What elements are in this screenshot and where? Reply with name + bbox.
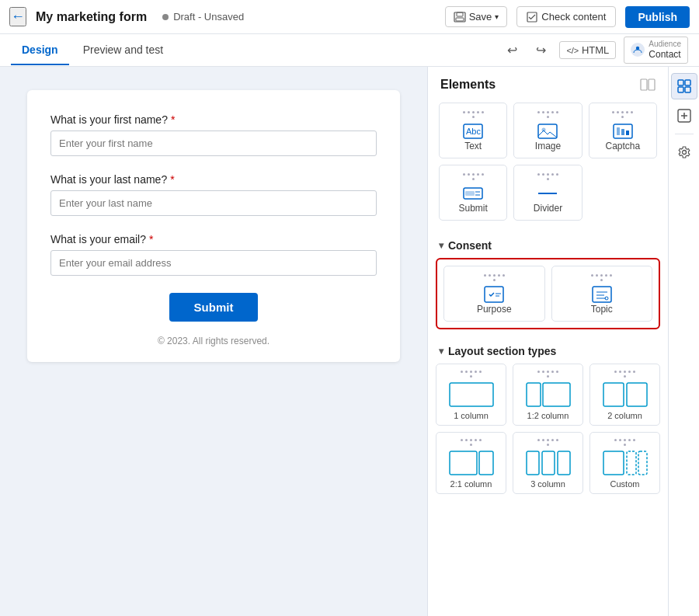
1col-icon: [448, 381, 495, 408]
check-content-icon: [527, 12, 537, 23]
check-content-button[interactable]: Check content: [516, 6, 616, 27]
field-lastname-group: What is your last name? *: [50, 173, 377, 216]
captcha-label: Captcha: [605, 141, 640, 151]
layout-1-2col[interactable]: 1:2 column: [513, 364, 583, 426]
svg-rect-25: [450, 383, 493, 406]
layout-2col[interactable]: 2 column: [589, 364, 660, 426]
submit-icon: [462, 184, 484, 203]
layout-chevron: ▾: [439, 346, 443, 357]
svg-rect-1: [457, 12, 463, 16]
svg-rect-29: [627, 383, 647, 406]
svg-rect-34: [558, 451, 570, 475]
svg-text:Abc: Abc: [466, 127, 481, 136]
2col-label: 2 column: [607, 411, 642, 420]
submit-label: Submit: [458, 203, 487, 214]
consent-grid: Purpose Topic: [443, 266, 652, 322]
element-topic[interactable]: Topic: [551, 266, 653, 322]
element-text[interactable]: Abc Text: [439, 103, 507, 158]
sidebar-add-button[interactable]: [671, 103, 697, 129]
element-captcha[interactable]: Captcha: [589, 103, 657, 158]
sidebar-elements-button[interactable]: [671, 73, 697, 99]
html-icon: </>: [566, 46, 579, 55]
svg-rect-39: [685, 80, 690, 85]
redo-button[interactable]: ↪: [530, 39, 551, 61]
save-icon: [454, 12, 466, 23]
tab-preview[interactable]: Preview and test: [72, 36, 175, 65]
layout-title: Layout section types: [448, 345, 556, 357]
svg-rect-41: [685, 87, 690, 92]
undo-button[interactable]: ↩: [502, 39, 523, 61]
svg-rect-9: [538, 124, 557, 138]
audience-badge[interactable]: Audience Contact: [624, 37, 688, 63]
svg-rect-38: [678, 80, 683, 85]
tab-design[interactable]: Design: [11, 36, 69, 65]
app-header: ← My marketing form Draft - Unsaved Save…: [0, 0, 699, 34]
main-layout: What is your first name? * What is your …: [0, 67, 699, 616]
status-dot: [162, 14, 169, 20]
svg-rect-33: [542, 451, 555, 475]
elements-layout-icon: [640, 78, 656, 91]
consent-box: Purpose Topic: [436, 258, 660, 329]
svg-rect-36: [627, 451, 636, 475]
svg-rect-26: [527, 383, 541, 406]
custom-icon: [602, 450, 649, 476]
dots: [462, 111, 484, 118]
email-input[interactable]: [50, 250, 377, 276]
image-label: Image: [535, 141, 561, 151]
svg-rect-5: [641, 79, 647, 90]
custom-label: Custom: [610, 479, 640, 489]
2-1col-icon: [448, 450, 495, 476]
elements-grid: Abc Text Image: [428, 99, 668, 231]
dots: [612, 111, 634, 118]
element-purpose[interactable]: Purpose: [443, 266, 545, 322]
element-submit[interactable]: Submit: [439, 165, 507, 221]
purpose-label: Purpose: [477, 304, 512, 315]
svg-rect-14: [626, 131, 629, 135]
layout-3col[interactable]: 3 column: [513, 432, 583, 494]
layout-2-1col[interactable]: 2:1 column: [436, 432, 506, 494]
purpose-icon: [483, 285, 505, 304]
svg-rect-28: [603, 383, 624, 406]
svg-rect-6: [649, 79, 655, 90]
required-star-2: *: [170, 173, 174, 186]
svg-rect-40: [678, 87, 683, 92]
svg-point-10: [542, 128, 546, 132]
sidebar-divider: [675, 134, 694, 134]
1col-label: 1 column: [454, 411, 489, 420]
elements-header: Elements: [428, 67, 668, 99]
consent-chevron: ▾: [439, 240, 443, 251]
lastname-input[interactable]: [50, 190, 377, 216]
field-firstname-label: What is your first name? *: [50, 113, 377, 126]
field-email-group: What is your email? *: [50, 233, 377, 276]
required-star-1: *: [171, 113, 175, 126]
divider-icon: [537, 184, 558, 203]
2col-icon: [602, 381, 649, 408]
consent-section-header: ▾ Consent: [428, 231, 668, 256]
svg-rect-12: [617, 127, 620, 135]
text-icon: Abc: [462, 122, 484, 141]
svg-rect-16: [465, 191, 475, 196]
1-2col-icon: [525, 381, 572, 408]
layout-section: ▾ Layout section types 1 column: [428, 339, 668, 494]
dots: [483, 274, 505, 281]
dots: [537, 173, 558, 180]
element-image[interactable]: Image: [513, 103, 582, 158]
form-card: What is your first name? * What is your …: [27, 90, 400, 362]
submit-button[interactable]: Submit: [169, 293, 259, 322]
save-button[interactable]: Save ▾: [445, 6, 508, 27]
canvas-area: What is your first name? * What is your …: [0, 67, 427, 616]
subheader-actions: ↩ ↪ </> HTML Audience Contact: [502, 37, 688, 63]
svg-rect-2: [456, 18, 464, 21]
sidebar-settings-button[interactable]: [671, 139, 697, 165]
dots: [461, 371, 482, 378]
2-1col-label: 2:1 column: [450, 479, 492, 489]
back-button[interactable]: ←: [9, 7, 26, 26]
layout-1col[interactable]: 1 column: [436, 364, 506, 426]
elements-sidebar-icon: [677, 79, 691, 93]
element-divider[interactable]: Divider: [513, 165, 582, 221]
publish-button[interactable]: Publish: [625, 6, 690, 28]
firstname-input[interactable]: [50, 131, 377, 156]
layout-custom[interactable]: Custom: [589, 432, 660, 494]
field-lastname-label: What is your last name? *: [50, 173, 377, 186]
html-button[interactable]: </> HTML: [559, 41, 616, 59]
